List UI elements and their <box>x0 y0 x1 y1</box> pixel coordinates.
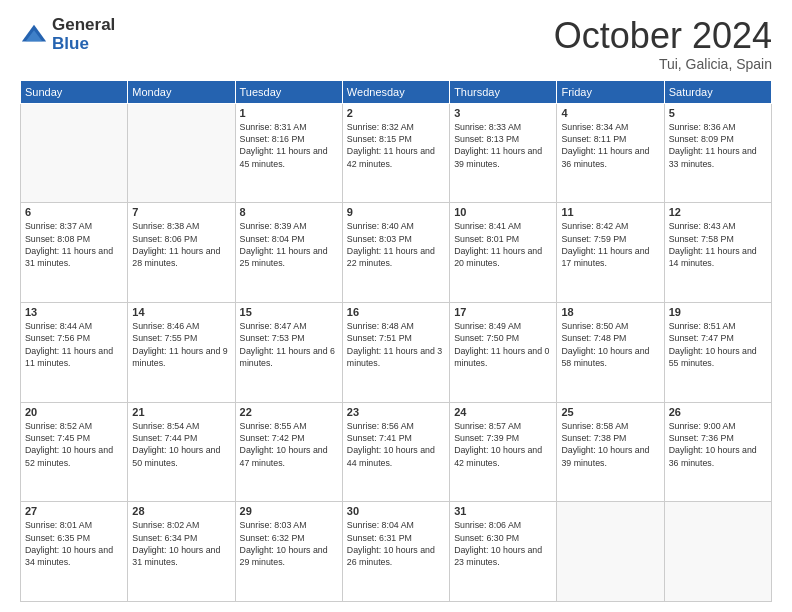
table-row: 24Sunrise: 8:57 AMSunset: 7:39 PMDayligh… <box>450 402 557 502</box>
day-info: Sunrise: 8:42 AMSunset: 7:59 PMDaylight:… <box>561 220 659 269</box>
col-sunday: Sunday <box>21 80 128 103</box>
calendar-table: Sunday Monday Tuesday Wednesday Thursday… <box>20 80 772 602</box>
table-row: 8Sunrise: 8:39 AMSunset: 8:04 PMDaylight… <box>235 203 342 303</box>
logo-blue: Blue <box>52 35 115 54</box>
col-friday: Friday <box>557 80 664 103</box>
day-number: 27 <box>25 505 123 517</box>
col-tuesday: Tuesday <box>235 80 342 103</box>
table-row <box>557 502 664 602</box>
month-title: October 2024 <box>554 16 772 56</box>
day-number: 31 <box>454 505 552 517</box>
table-row: 14Sunrise: 8:46 AMSunset: 7:55 PMDayligh… <box>128 302 235 402</box>
day-info: Sunrise: 8:39 AMSunset: 8:04 PMDaylight:… <box>240 220 338 269</box>
day-number: 22 <box>240 406 338 418</box>
logo-general: General <box>52 16 115 35</box>
page: General Blue October 2024 Tui, Galicia, … <box>0 0 792 612</box>
table-row: 19Sunrise: 8:51 AMSunset: 7:47 PMDayligh… <box>664 302 771 402</box>
day-number: 21 <box>132 406 230 418</box>
day-info: Sunrise: 8:52 AMSunset: 7:45 PMDaylight:… <box>25 420 123 469</box>
title-block: October 2024 Tui, Galicia, Spain <box>554 16 772 72</box>
table-row: 7Sunrise: 8:38 AMSunset: 8:06 PMDaylight… <box>128 203 235 303</box>
day-info: Sunrise: 8:41 AMSunset: 8:01 PMDaylight:… <box>454 220 552 269</box>
table-row: 5Sunrise: 8:36 AMSunset: 8:09 PMDaylight… <box>664 103 771 203</box>
logo: General Blue <box>20 16 115 53</box>
day-info: Sunrise: 8:06 AMSunset: 6:30 PMDaylight:… <box>454 519 552 568</box>
day-number: 17 <box>454 306 552 318</box>
day-info: Sunrise: 8:58 AMSunset: 7:38 PMDaylight:… <box>561 420 659 469</box>
day-info: Sunrise: 8:04 AMSunset: 6:31 PMDaylight:… <box>347 519 445 568</box>
table-row: 26Sunrise: 9:00 AMSunset: 7:36 PMDayligh… <box>664 402 771 502</box>
logo-text: General Blue <box>52 16 115 53</box>
day-info: Sunrise: 8:51 AMSunset: 7:47 PMDaylight:… <box>669 320 767 369</box>
day-number: 14 <box>132 306 230 318</box>
day-info: Sunrise: 8:54 AMSunset: 7:44 PMDaylight:… <box>132 420 230 469</box>
table-row <box>664 502 771 602</box>
day-info: Sunrise: 8:02 AMSunset: 6:34 PMDaylight:… <box>132 519 230 568</box>
calendar-week-row: 6Sunrise: 8:37 AMSunset: 8:08 PMDaylight… <box>21 203 772 303</box>
day-number: 8 <box>240 206 338 218</box>
day-number: 13 <box>25 306 123 318</box>
table-row: 6Sunrise: 8:37 AMSunset: 8:08 PMDaylight… <box>21 203 128 303</box>
day-number: 19 <box>669 306 767 318</box>
day-number: 23 <box>347 406 445 418</box>
table-row <box>128 103 235 203</box>
table-row: 27Sunrise: 8:01 AMSunset: 6:35 PMDayligh… <box>21 502 128 602</box>
calendar-week-row: 27Sunrise: 8:01 AMSunset: 6:35 PMDayligh… <box>21 502 772 602</box>
day-number: 18 <box>561 306 659 318</box>
day-number: 4 <box>561 107 659 119</box>
day-number: 16 <box>347 306 445 318</box>
day-info: Sunrise: 8:57 AMSunset: 7:39 PMDaylight:… <box>454 420 552 469</box>
day-info: Sunrise: 8:32 AMSunset: 8:15 PMDaylight:… <box>347 121 445 170</box>
day-info: Sunrise: 9:00 AMSunset: 7:36 PMDaylight:… <box>669 420 767 469</box>
header: General Blue October 2024 Tui, Galicia, … <box>20 16 772 72</box>
day-info: Sunrise: 8:01 AMSunset: 6:35 PMDaylight:… <box>25 519 123 568</box>
table-row: 3Sunrise: 8:33 AMSunset: 8:13 PMDaylight… <box>450 103 557 203</box>
calendar-week-row: 20Sunrise: 8:52 AMSunset: 7:45 PMDayligh… <box>21 402 772 502</box>
day-number: 3 <box>454 107 552 119</box>
day-info: Sunrise: 8:38 AMSunset: 8:06 PMDaylight:… <box>132 220 230 269</box>
table-row: 2Sunrise: 8:32 AMSunset: 8:15 PMDaylight… <box>342 103 449 203</box>
day-number: 24 <box>454 406 552 418</box>
day-number: 26 <box>669 406 767 418</box>
table-row: 11Sunrise: 8:42 AMSunset: 7:59 PMDayligh… <box>557 203 664 303</box>
day-number: 7 <box>132 206 230 218</box>
col-monday: Monday <box>128 80 235 103</box>
table-row: 4Sunrise: 8:34 AMSunset: 8:11 PMDaylight… <box>557 103 664 203</box>
table-row: 25Sunrise: 8:58 AMSunset: 7:38 PMDayligh… <box>557 402 664 502</box>
day-info: Sunrise: 8:55 AMSunset: 7:42 PMDaylight:… <box>240 420 338 469</box>
day-info: Sunrise: 8:56 AMSunset: 7:41 PMDaylight:… <box>347 420 445 469</box>
day-info: Sunrise: 8:31 AMSunset: 8:16 PMDaylight:… <box>240 121 338 170</box>
table-row: 22Sunrise: 8:55 AMSunset: 7:42 PMDayligh… <box>235 402 342 502</box>
table-row: 20Sunrise: 8:52 AMSunset: 7:45 PMDayligh… <box>21 402 128 502</box>
col-saturday: Saturday <box>664 80 771 103</box>
table-row: 23Sunrise: 8:56 AMSunset: 7:41 PMDayligh… <box>342 402 449 502</box>
day-info: Sunrise: 8:34 AMSunset: 8:11 PMDaylight:… <box>561 121 659 170</box>
day-number: 30 <box>347 505 445 517</box>
table-row: 10Sunrise: 8:41 AMSunset: 8:01 PMDayligh… <box>450 203 557 303</box>
table-row: 1Sunrise: 8:31 AMSunset: 8:16 PMDaylight… <box>235 103 342 203</box>
table-row: 29Sunrise: 8:03 AMSunset: 6:32 PMDayligh… <box>235 502 342 602</box>
day-number: 28 <box>132 505 230 517</box>
table-row: 21Sunrise: 8:54 AMSunset: 7:44 PMDayligh… <box>128 402 235 502</box>
day-info: Sunrise: 8:36 AMSunset: 8:09 PMDaylight:… <box>669 121 767 170</box>
day-info: Sunrise: 8:47 AMSunset: 7:53 PMDaylight:… <box>240 320 338 369</box>
table-row: 15Sunrise: 8:47 AMSunset: 7:53 PMDayligh… <box>235 302 342 402</box>
day-number: 15 <box>240 306 338 318</box>
day-number: 1 <box>240 107 338 119</box>
table-row: 30Sunrise: 8:04 AMSunset: 6:31 PMDayligh… <box>342 502 449 602</box>
day-info: Sunrise: 8:48 AMSunset: 7:51 PMDaylight:… <box>347 320 445 369</box>
day-info: Sunrise: 8:03 AMSunset: 6:32 PMDaylight:… <box>240 519 338 568</box>
calendar-week-row: 1Sunrise: 8:31 AMSunset: 8:16 PMDaylight… <box>21 103 772 203</box>
day-info: Sunrise: 8:50 AMSunset: 7:48 PMDaylight:… <box>561 320 659 369</box>
day-info: Sunrise: 8:43 AMSunset: 7:58 PMDaylight:… <box>669 220 767 269</box>
table-row: 9Sunrise: 8:40 AMSunset: 8:03 PMDaylight… <box>342 203 449 303</box>
col-wednesday: Wednesday <box>342 80 449 103</box>
table-row: 17Sunrise: 8:49 AMSunset: 7:50 PMDayligh… <box>450 302 557 402</box>
table-row: 16Sunrise: 8:48 AMSunset: 7:51 PMDayligh… <box>342 302 449 402</box>
day-number: 25 <box>561 406 659 418</box>
table-row: 28Sunrise: 8:02 AMSunset: 6:34 PMDayligh… <box>128 502 235 602</box>
day-number: 29 <box>240 505 338 517</box>
day-info: Sunrise: 8:33 AMSunset: 8:13 PMDaylight:… <box>454 121 552 170</box>
day-number: 10 <box>454 206 552 218</box>
table-row: 13Sunrise: 8:44 AMSunset: 7:56 PMDayligh… <box>21 302 128 402</box>
